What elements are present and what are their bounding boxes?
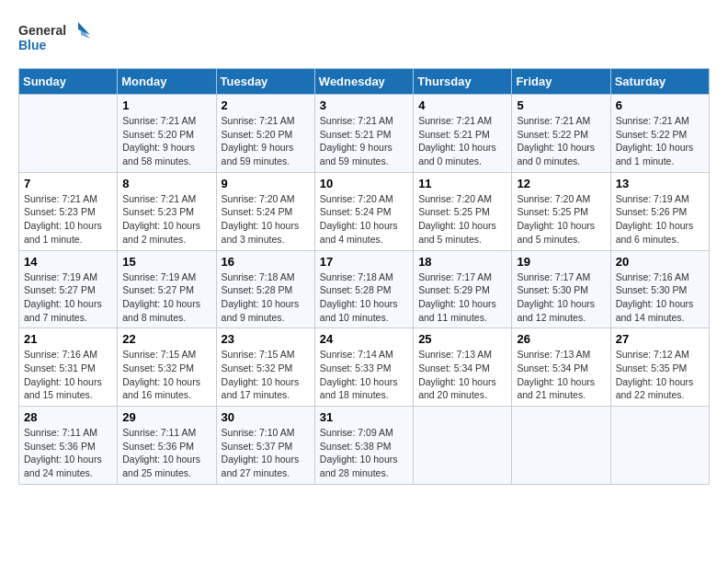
day-info: Sunrise: 7:11 AMSunset: 5:36 PMDaylight:… (122, 426, 210, 480)
day-number: 15 (122, 255, 210, 269)
calendar-cell: 26Sunrise: 7:13 AMSunset: 5:34 PMDayligh… (512, 328, 610, 407)
day-info: Sunrise: 7:16 AMSunset: 5:30 PMDaylight:… (616, 270, 704, 325)
day-info: Sunrise: 7:13 AMSunset: 5:34 PMDaylight:… (517, 348, 605, 402)
day-info: Sunrise: 7:21 AMSunset: 5:21 PMDaylight:… (320, 114, 408, 168)
calendar-cell: 4Sunrise: 7:21 AMSunset: 5:21 PMDaylight… (414, 95, 512, 173)
day-info: Sunrise: 7:19 AMSunset: 5:27 PMDaylight:… (24, 270, 112, 325)
day-info: Sunrise: 7:20 AMSunset: 5:24 PMDaylight:… (222, 192, 310, 247)
page-header: General Blue (18, 18, 710, 59)
calendar-cell: 13Sunrise: 7:19 AMSunset: 5:26 PMDayligh… (610, 172, 709, 250)
calendar-cell: 8Sunrise: 7:21 AMSunset: 5:23 PMDaylight… (118, 172, 216, 250)
calendar-cell: 12Sunrise: 7:20 AMSunset: 5:25 PMDayligh… (512, 172, 610, 250)
calendar-cell: 14Sunrise: 7:19 AMSunset: 5:27 PMDayligh… (19, 250, 118, 328)
calendar-cell: 10Sunrise: 7:20 AMSunset: 5:24 PMDayligh… (314, 172, 413, 250)
day-info: Sunrise: 7:09 AMSunset: 5:38 PMDaylight:… (320, 426, 408, 480)
day-info: Sunrise: 7:15 AMSunset: 5:32 PMDaylight:… (222, 348, 310, 402)
day-info: Sunrise: 7:14 AMSunset: 5:33 PMDaylight:… (320, 348, 408, 402)
day-info: Sunrise: 7:20 AMSunset: 5:24 PMDaylight:… (320, 192, 408, 247)
day-info: Sunrise: 7:19 AMSunset: 5:26 PMDaylight:… (616, 192, 704, 247)
calendar-cell: 9Sunrise: 7:20 AMSunset: 5:24 PMDaylight… (216, 172, 314, 250)
day-info: Sunrise: 7:20 AMSunset: 5:25 PMDaylight:… (517, 192, 605, 247)
day-number: 22 (122, 332, 210, 346)
day-info: Sunrise: 7:17 AMSunset: 5:30 PMDaylight:… (517, 270, 605, 325)
weekday-header-row: SundayMondayTuesdayWednesdayThursdayFrid… (19, 69, 710, 95)
day-info: Sunrise: 7:15 AMSunset: 5:32 PMDaylight:… (122, 348, 210, 402)
day-number: 20 (616, 255, 704, 269)
weekday-header-wednesday: Wednesday (314, 69, 413, 95)
day-info: Sunrise: 7:10 AMSunset: 5:37 PMDaylight:… (222, 426, 310, 480)
day-number: 11 (418, 177, 506, 190)
day-info: Sunrise: 7:21 AMSunset: 5:21 PMDaylight:… (418, 114, 506, 168)
calendar-cell: 15Sunrise: 7:19 AMSunset: 5:27 PMDayligh… (118, 250, 216, 328)
calendar-cell: 27Sunrise: 7:12 AMSunset: 5:35 PMDayligh… (610, 328, 709, 407)
day-number: 31 (320, 410, 408, 424)
day-number: 30 (222, 410, 310, 424)
day-info: Sunrise: 7:21 AMSunset: 5:20 PMDaylight:… (122, 114, 210, 168)
calendar-cell: 17Sunrise: 7:18 AMSunset: 5:28 PMDayligh… (314, 250, 413, 328)
day-number: 6 (616, 98, 704, 112)
day-number: 9 (222, 177, 310, 190)
calendar-cell (19, 95, 118, 173)
day-info: Sunrise: 7:21 AMSunset: 5:23 PMDaylight:… (122, 192, 210, 247)
weekday-header-thursday: Thursday (414, 69, 512, 95)
day-info: Sunrise: 7:12 AMSunset: 5:35 PMDaylight:… (616, 348, 704, 402)
day-number: 13 (616, 177, 704, 190)
day-number: 25 (418, 332, 506, 346)
weekday-header-monday: Monday (118, 69, 216, 95)
svg-text:Blue: Blue (18, 38, 47, 52)
calendar-table: SundayMondayTuesdayWednesdayThursdayFrid… (18, 68, 710, 485)
svg-text:General: General (18, 23, 66, 38)
calendar-cell (414, 407, 512, 485)
day-number: 29 (122, 410, 210, 424)
calendar-cell: 29Sunrise: 7:11 AMSunset: 5:36 PMDayligh… (118, 407, 216, 485)
day-info: Sunrise: 7:21 AMSunset: 5:20 PMDaylight:… (222, 114, 310, 168)
logo: General Blue (18, 18, 92, 59)
calendar-week-row: 21Sunrise: 7:16 AMSunset: 5:31 PMDayligh… (19, 328, 710, 407)
calendar-cell: 2Sunrise: 7:21 AMSunset: 5:20 PMDaylight… (216, 95, 314, 173)
day-number: 12 (517, 177, 605, 190)
calendar-cell: 16Sunrise: 7:18 AMSunset: 5:28 PMDayligh… (216, 250, 314, 328)
day-info: Sunrise: 7:21 AMSunset: 5:23 PMDaylight:… (24, 192, 112, 247)
calendar-week-row: 14Sunrise: 7:19 AMSunset: 5:27 PMDayligh… (19, 250, 710, 328)
calendar-cell: 11Sunrise: 7:20 AMSunset: 5:25 PMDayligh… (414, 172, 512, 250)
weekday-header-sunday: Sunday (19, 69, 118, 95)
calendar-cell: 28Sunrise: 7:11 AMSunset: 5:36 PMDayligh… (19, 407, 118, 485)
day-info: Sunrise: 7:21 AMSunset: 5:22 PMDaylight:… (616, 114, 704, 168)
calendar-cell: 6Sunrise: 7:21 AMSunset: 5:22 PMDaylight… (610, 95, 709, 173)
calendar-cell: 1Sunrise: 7:21 AMSunset: 5:20 PMDaylight… (118, 95, 216, 173)
calendar-cell: 19Sunrise: 7:17 AMSunset: 5:30 PMDayligh… (512, 250, 610, 328)
weekday-header-tuesday: Tuesday (216, 69, 314, 95)
calendar-cell (610, 407, 709, 485)
calendar-cell: 7Sunrise: 7:21 AMSunset: 5:23 PMDaylight… (19, 172, 118, 250)
day-number: 8 (122, 177, 210, 190)
calendar-cell: 25Sunrise: 7:13 AMSunset: 5:34 PMDayligh… (414, 328, 512, 407)
weekday-header-saturday: Saturday (610, 69, 709, 95)
calendar-cell (512, 407, 610, 485)
day-number: 17 (320, 255, 408, 269)
day-number: 14 (24, 255, 112, 269)
calendar-cell: 18Sunrise: 7:17 AMSunset: 5:29 PMDayligh… (414, 250, 512, 328)
day-number: 23 (222, 332, 310, 346)
day-number: 3 (320, 98, 408, 112)
calendar-cell: 24Sunrise: 7:14 AMSunset: 5:33 PMDayligh… (314, 328, 413, 407)
day-number: 18 (418, 255, 506, 269)
calendar-week-row: 28Sunrise: 7:11 AMSunset: 5:36 PMDayligh… (19, 407, 710, 485)
day-number: 7 (24, 177, 112, 190)
day-info: Sunrise: 7:21 AMSunset: 5:22 PMDaylight:… (517, 114, 605, 168)
day-number: 24 (320, 332, 408, 346)
calendar-cell: 30Sunrise: 7:10 AMSunset: 5:37 PMDayligh… (216, 407, 314, 485)
day-info: Sunrise: 7:17 AMSunset: 5:29 PMDaylight:… (418, 270, 506, 325)
calendar-cell: 20Sunrise: 7:16 AMSunset: 5:30 PMDayligh… (610, 250, 709, 328)
day-info: Sunrise: 7:18 AMSunset: 5:28 PMDaylight:… (222, 270, 310, 325)
calendar-week-row: 7Sunrise: 7:21 AMSunset: 5:23 PMDaylight… (19, 172, 710, 250)
day-number: 1 (122, 98, 210, 112)
calendar-cell: 22Sunrise: 7:15 AMSunset: 5:32 PMDayligh… (118, 328, 216, 407)
day-number: 26 (517, 332, 605, 346)
day-info: Sunrise: 7:13 AMSunset: 5:34 PMDaylight:… (418, 348, 506, 402)
day-info: Sunrise: 7:19 AMSunset: 5:27 PMDaylight:… (122, 270, 210, 325)
day-number: 19 (517, 255, 605, 269)
day-info: Sunrise: 7:11 AMSunset: 5:36 PMDaylight:… (24, 426, 112, 480)
calendar-week-row: 1Sunrise: 7:21 AMSunset: 5:20 PMDaylight… (19, 95, 710, 173)
calendar-cell: 31Sunrise: 7:09 AMSunset: 5:38 PMDayligh… (314, 407, 413, 485)
day-number: 21 (24, 332, 112, 346)
